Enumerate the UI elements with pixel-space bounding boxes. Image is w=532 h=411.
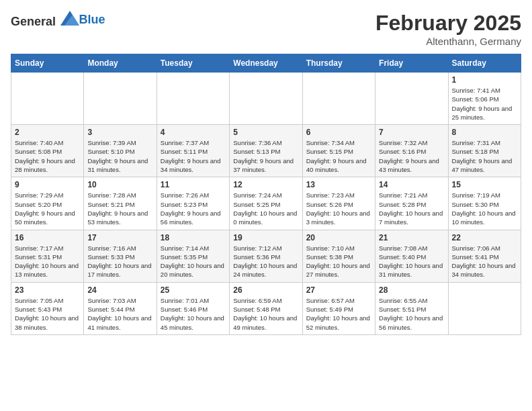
day-number: 7 <box>379 128 444 137</box>
day-number: 13 <box>306 180 371 189</box>
day-number: 26 <box>233 285 298 295</box>
calendar-cell: 14Sunrise: 7:21 AM Sunset: 5:28 PM Dayli… <box>375 177 448 230</box>
calendar-cell: 7Sunrise: 7:32 AM Sunset: 5:16 PM Daylig… <box>375 125 448 177</box>
day-number: 21 <box>379 233 444 242</box>
calendar-cell: 23Sunrise: 7:05 AM Sunset: 5:43 PM Dayli… <box>11 282 84 334</box>
calendar-cell: 12Sunrise: 7:24 AM Sunset: 5:25 PM Dayli… <box>230 177 302 230</box>
calendar-cell: 27Sunrise: 6:57 AM Sunset: 5:49 PM Dayli… <box>302 282 375 334</box>
day-info: Sunrise: 7:08 AM Sunset: 5:40 PM Dayligh… <box>379 244 444 279</box>
calendar-week-row: 1Sunrise: 7:41 AM Sunset: 5:06 PM Daylig… <box>11 73 521 125</box>
calendar-cell: 11Sunrise: 7:26 AM Sunset: 5:23 PM Dayli… <box>157 177 229 230</box>
calendar-cell: 8Sunrise: 7:31 AM Sunset: 5:18 PM Daylig… <box>448 125 521 177</box>
day-number: 14 <box>379 180 444 189</box>
day-info: Sunrise: 6:55 AM Sunset: 5:51 PM Dayligh… <box>379 296 444 332</box>
day-info: Sunrise: 7:37 AM Sunset: 5:11 PM Dayligh… <box>161 138 226 174</box>
day-number: 15 <box>452 180 517 189</box>
calendar-cell: 4Sunrise: 7:37 AM Sunset: 5:11 PM Daylig… <box>157 125 229 177</box>
calendar-cell: 5Sunrise: 7:36 AM Sunset: 5:13 PM Daylig… <box>230 125 302 177</box>
weekday-header: Monday <box>84 54 157 73</box>
weekday-header: Wednesday <box>230 54 302 73</box>
day-number: 20 <box>306 233 371 242</box>
day-number: 2 <box>15 128 80 137</box>
calendar-cell: 9Sunrise: 7:29 AM Sunset: 5:20 PM Daylig… <box>11 177 84 230</box>
calendar-cell: 26Sunrise: 6:59 AM Sunset: 5:48 PM Dayli… <box>230 282 302 334</box>
day-info: Sunrise: 7:06 AM Sunset: 5:41 PM Dayligh… <box>452 244 517 279</box>
day-info: Sunrise: 7:23 AM Sunset: 5:26 PM Dayligh… <box>306 191 371 226</box>
day-info: Sunrise: 7:05 AM Sunset: 5:43 PM Dayligh… <box>15 296 80 332</box>
day-number: 3 <box>87 128 152 137</box>
day-number: 11 <box>161 180 226 189</box>
day-info: Sunrise: 7:17 AM Sunset: 5:31 PM Dayligh… <box>15 244 80 279</box>
day-info: Sunrise: 7:12 AM Sunset: 5:36 PM Dayligh… <box>233 244 298 279</box>
day-info: Sunrise: 7:29 AM Sunset: 5:20 PM Dayligh… <box>15 191 80 226</box>
day-number: 6 <box>306 128 371 137</box>
weekday-header: Sunday <box>11 54 84 73</box>
calendar-table: SundayMondayTuesdayWednesdayThursdayFrid… <box>11 54 521 335</box>
day-info: Sunrise: 7:31 AM Sunset: 5:18 PM Dayligh… <box>452 138 517 174</box>
calendar-cell: 15Sunrise: 7:19 AM Sunset: 5:30 PM Dayli… <box>448 177 521 230</box>
day-info: Sunrise: 7:28 AM Sunset: 5:21 PM Dayligh… <box>87 191 152 226</box>
day-info: Sunrise: 7:19 AM Sunset: 5:30 PM Dayligh… <box>452 191 517 226</box>
day-info: Sunrise: 6:57 AM Sunset: 5:49 PM Dayligh… <box>306 296 371 332</box>
calendar-cell: 2Sunrise: 7:40 AM Sunset: 5:08 PM Daylig… <box>11 125 84 177</box>
day-number: 5 <box>233 128 298 137</box>
location-subtitle: Altenthann, Germany <box>375 36 521 47</box>
calendar-cell: 20Sunrise: 7:10 AM Sunset: 5:38 PM Dayli… <box>302 230 375 282</box>
day-info: Sunrise: 7:34 AM Sunset: 5:15 PM Dayligh… <box>306 138 371 174</box>
calendar-cell: 1Sunrise: 7:41 AM Sunset: 5:06 PM Daylig… <box>448 73 521 125</box>
weekday-header: Saturday <box>448 54 521 73</box>
day-number: 25 <box>161 285 226 295</box>
day-number: 1 <box>452 75 517 85</box>
day-info: Sunrise: 7:10 AM Sunset: 5:38 PM Dayligh… <box>306 244 371 279</box>
day-number: 19 <box>233 233 298 242</box>
calendar-week-row: 9Sunrise: 7:29 AM Sunset: 5:20 PM Daylig… <box>11 177 521 230</box>
calendar-week-row: 2Sunrise: 7:40 AM Sunset: 5:08 PM Daylig… <box>11 125 521 177</box>
day-info: Sunrise: 7:26 AM Sunset: 5:23 PM Dayligh… <box>161 191 226 226</box>
calendar-week-row: 23Sunrise: 7:05 AM Sunset: 5:43 PM Dayli… <box>11 282 521 334</box>
calendar-cell <box>302 73 375 125</box>
calendar-cell: 22Sunrise: 7:06 AM Sunset: 5:41 PM Dayli… <box>448 230 521 282</box>
calendar-cell <box>230 73 302 125</box>
day-number: 9 <box>15 180 80 189</box>
weekday-header: Thursday <box>302 54 375 73</box>
day-number: 10 <box>87 180 152 189</box>
day-info: Sunrise: 7:03 AM Sunset: 5:44 PM Dayligh… <box>87 296 152 332</box>
day-info: Sunrise: 7:41 AM Sunset: 5:06 PM Dayligh… <box>452 86 517 122</box>
day-number: 8 <box>452 128 517 137</box>
calendar-cell <box>84 73 157 125</box>
day-info: Sunrise: 7:24 AM Sunset: 5:25 PM Dayligh… <box>233 191 298 226</box>
weekday-header: Friday <box>375 54 448 73</box>
calendar-cell: 19Sunrise: 7:12 AM Sunset: 5:36 PM Dayli… <box>230 230 302 282</box>
calendar-cell: 6Sunrise: 7:34 AM Sunset: 5:15 PM Daylig… <box>302 125 375 177</box>
day-number: 23 <box>15 285 80 295</box>
day-info: Sunrise: 6:59 AM Sunset: 5:48 PM Dayligh… <box>233 296 298 332</box>
calendar-cell: 17Sunrise: 7:16 AM Sunset: 5:33 PM Dayli… <box>84 230 157 282</box>
day-info: Sunrise: 7:32 AM Sunset: 5:16 PM Dayligh… <box>379 138 444 174</box>
calendar-cell <box>11 73 84 125</box>
day-number: 4 <box>161 128 226 137</box>
calendar-cell: 21Sunrise: 7:08 AM Sunset: 5:40 PM Dayli… <box>375 230 448 282</box>
day-info: Sunrise: 7:16 AM Sunset: 5:33 PM Dayligh… <box>87 244 152 279</box>
logo-icon <box>60 11 79 26</box>
logo-general: General <box>11 15 56 28</box>
page-header: General Blue February 2025 Altenthann, G… <box>11 11 521 47</box>
logo-blue: Blue <box>79 13 105 26</box>
calendar-cell: 13Sunrise: 7:23 AM Sunset: 5:26 PM Dayli… <box>302 177 375 230</box>
day-info: Sunrise: 7:40 AM Sunset: 5:08 PM Dayligh… <box>15 138 80 174</box>
calendar-cell: 24Sunrise: 7:03 AM Sunset: 5:44 PM Dayli… <box>84 282 157 334</box>
logo: General Blue <box>11 11 105 29</box>
calendar-cell <box>157 73 229 125</box>
day-number: 12 <box>233 180 298 189</box>
calendar-cell: 28Sunrise: 6:55 AM Sunset: 5:51 PM Dayli… <box>375 282 448 334</box>
day-number: 18 <box>161 233 226 242</box>
day-info: Sunrise: 7:14 AM Sunset: 5:35 PM Dayligh… <box>161 244 226 279</box>
day-info: Sunrise: 7:21 AM Sunset: 5:28 PM Dayligh… <box>379 191 444 226</box>
calendar-cell <box>375 73 448 125</box>
day-number: 17 <box>87 233 152 242</box>
day-info: Sunrise: 7:01 AM Sunset: 5:46 PM Dayligh… <box>161 296 226 332</box>
day-number: 16 <box>15 233 80 242</box>
calendar-cell: 3Sunrise: 7:39 AM Sunset: 5:10 PM Daylig… <box>84 125 157 177</box>
calendar-week-row: 16Sunrise: 7:17 AM Sunset: 5:31 PM Dayli… <box>11 230 521 282</box>
day-number: 22 <box>452 233 517 242</box>
calendar-cell: 25Sunrise: 7:01 AM Sunset: 5:46 PM Dayli… <box>157 282 229 334</box>
